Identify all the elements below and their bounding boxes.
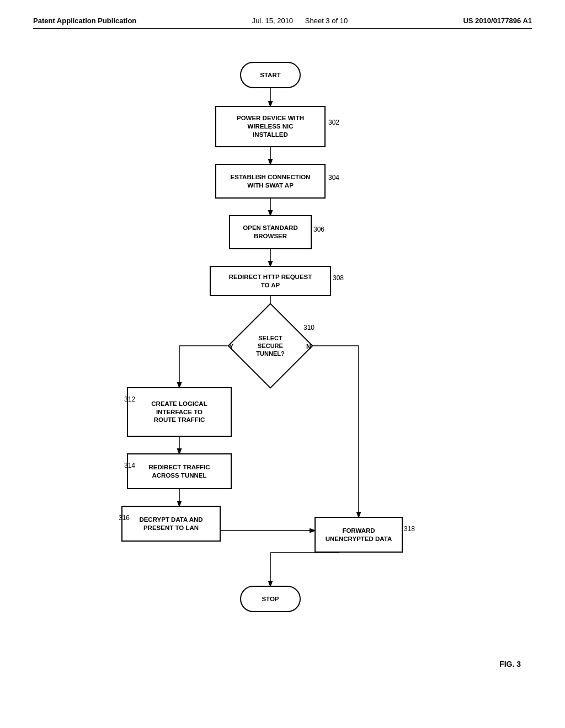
node-304: ESTABLISH CONNECTION WITH SWAT AP — [215, 164, 326, 199]
tag-306: 306 — [313, 226, 324, 233]
node-312: CREATE LOGICAL INTERFACE TO ROUTE TRAFFI… — [127, 387, 232, 437]
page: Patent Application Publication Jul. 15, … — [0, 0, 565, 728]
node-302: POWER DEVICE WITH WIRELESS NIC INSTALLED — [215, 106, 326, 147]
tag-302: 302 — [328, 119, 339, 126]
tag-316: 316 — [119, 514, 130, 522]
node-316: DECRYPT DATA AND PRESENT TO LAN — [121, 506, 221, 542]
header-date: Jul. 15, 2010 — [252, 17, 293, 25]
tag-310: 310 — [303, 324, 315, 331]
tag-314: 314 — [124, 462, 135, 469]
header-right: US 2010/0177896 A1 — [463, 17, 532, 25]
header-center: Jul. 15, 2010 Sheet 3 of 10 — [252, 17, 348, 25]
stop-node: STOP — [240, 586, 301, 612]
branch-n-label: N — [306, 343, 311, 351]
node-318: FORWARD UNENCRYPTED DATA — [315, 517, 403, 553]
header-sheet: Sheet 3 of 10 — [305, 17, 348, 25]
tag-318: 318 — [404, 525, 415, 533]
start-node: START — [240, 62, 301, 88]
header-left: Patent Application Publication — [33, 17, 136, 25]
fig-label: FIG. 3 — [499, 660, 521, 668]
node-310: SELECT SECURE TUNNEL? — [238, 315, 302, 376]
diagram-area: START POWER DEVICE WITH WIRELESS NIC INS… — [33, 45, 532, 679]
node-314: REDIRECT TRAFFIC ACROSS TUNNEL — [127, 453, 232, 489]
tag-312: 312 — [124, 395, 135, 403]
tag-304: 304 — [328, 174, 339, 181]
branch-y-label: Y — [229, 343, 233, 351]
node-308: REDIRECT HTTP REQUEST TO AP — [210, 266, 331, 296]
tag-308: 308 — [333, 274, 344, 282]
node-306: OPEN STANDARD BROWSER — [229, 215, 312, 249]
page-header: Patent Application Publication Jul. 15, … — [33, 17, 532, 29]
